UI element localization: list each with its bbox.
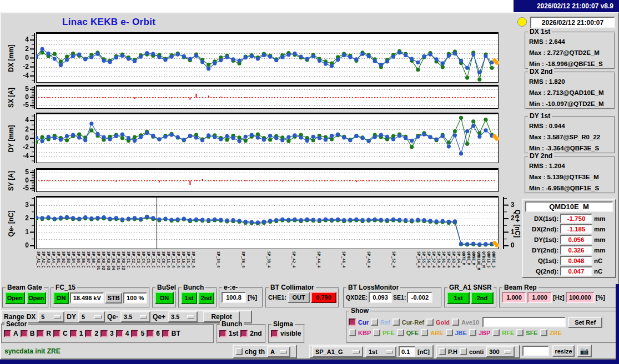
sector-checkbox-5[interactable] [131,330,138,337]
sector-checkbox-a[interactable] [4,330,11,337]
bpm-select[interactable]: SP_A1_G [312,346,363,357]
chg-th-checkbox[interactable] [235,348,243,355]
range-dy-select[interactable]: 5 [78,311,105,322]
monitor-row-label: DY(2nd): [524,247,558,254]
show-checkbox-jbe[interactable] [446,329,453,336]
show-checkbox-rfe[interactable] [492,329,500,336]
beam-rep-hz-unit: [Hz] [553,294,565,301]
bpm-xlabel: SP_C7_C [156,251,160,268]
conti-checkbox[interactable] [460,348,467,355]
che1-out-button[interactable]: OUT [288,292,310,303]
sector-checkbox-b[interactable] [21,330,28,337]
show-checkbox-kbp[interactable] [349,329,356,336]
fc15-on-button[interactable]: ON [53,292,69,304]
range-qem-select[interactable]: 3.5 [120,311,150,322]
beam-gate-open-button-1[interactable]: Open [5,292,25,304]
aux-input[interactable] [522,346,549,356]
monitor-row-label: Q(1st): [524,257,558,264]
ee-ratio-title: e-:e- [222,284,239,291]
bpm-xlabel: SP_B6_C [81,251,85,268]
reference-input[interactable] [482,317,566,327]
sector-checkbox-c[interactable] [53,330,61,337]
bpm-xlabel: SP_46_4 [341,251,346,268]
dy-axis-label: DY [mm] [7,113,16,165]
page-title: Linac KEKB e- Orbit [62,17,155,28]
stat-box-dx-2nd: DX 2ndRMS : 1.820Max : 2.713@QAD10E_M Mi… [525,72,615,109]
show-checkbox-are[interactable] [421,329,428,336]
sector-checkbox-3[interactable] [100,330,108,337]
range-bar: Range DX 5 DY 5 Qe- 3.5 Qe+ 3.5 Replot [1,310,252,323]
show-checkbox-jbp[interactable] [469,329,476,336]
bpm-xlabel: SP_48_4 [366,251,371,268]
sector-title: Sector [4,321,28,328]
se1-value: -0.002 [407,292,432,303]
fc15-title: FC_15 [54,284,77,291]
show-checkbox-zre[interactable] [540,329,547,336]
show-checkbox-gold[interactable] [426,318,434,326]
bpm-xlabel: SP_C5_C [146,251,150,268]
beam-rep-value-2: 1.000 [527,292,552,303]
count-select[interactable]: 300 [486,346,515,357]
bpm-xlabel: SP_A1_C [36,251,41,268]
gr-snsr-1st-button[interactable]: 1st [447,292,470,304]
bunch-1st-button[interactable]: 1st [181,292,197,304]
sector-checkbox-6[interactable] [147,330,154,337]
threshold-input[interactable]: 0.1 [399,346,415,357]
show-checkbox-sfe[interactable] [516,329,524,336]
sigma-checkbox-visible[interactable] [271,330,278,337]
bpm-xlabel: SP_36_4 [241,251,245,268]
monitor-row-value: 0.056 [560,235,592,244]
bunch-2nd-button[interactable]: 2nd [198,292,214,304]
show-checkbox-pfe[interactable] [373,329,380,336]
show-checkbox-cur-ref[interactable] [392,318,400,326]
monitor-row-value: -1.750 [560,214,592,223]
sector-checkbox-2[interactable] [85,330,92,337]
sector-checkbox-1[interactable] [70,330,77,337]
range-dx-select[interactable]: 5 [38,311,64,322]
set-ref-button[interactable]: Set Ref [568,317,602,328]
ph-checkbox[interactable] [439,348,446,355]
screenshot-button[interactable]: 📷 [577,345,592,357]
bpm-xlabel: QMD10E_M [476,251,481,270]
sector-checkbox-r[interactable] [37,330,44,337]
sector-select[interactable]: A [267,346,290,357]
bpm-xlabel: SP_62_4 [446,251,451,268]
busel-on-button[interactable]: ON [155,292,174,304]
bunch-group: Bunch 1st 2nd [178,287,217,308]
stat-max: Max : 2.727@QTD2E_M [526,47,614,58]
bpm-xlabel: SP_C2_C [131,251,135,268]
sector-checkbox-bt[interactable] [162,330,169,337]
show-label-gold: Gold [436,319,450,326]
sector-checkbox-4[interactable] [116,330,123,337]
show-label-qfe: QFE [406,330,419,336]
bpm-xlabel: SP_64_4 [456,251,461,268]
gr-snsr-2nd-button[interactable]: 2nd [471,292,494,304]
fc15-stb-button[interactable]: STB [105,292,122,304]
beam-gate-open-button-2[interactable]: Open [27,292,47,304]
sigma-label-visible: visible [280,330,301,337]
beam-gate-title: Beam Gate [6,284,44,291]
stat-box-title: DY 2nd [528,153,554,160]
show-checkbox-qfe[interactable] [397,329,404,336]
stat-max: Max : 2.713@QAD10E_M [526,87,614,98]
bpm-xlabel: SP_55_4 [421,251,426,268]
orbit-app-window: 2026/02/12 21:00:07 v8.9 Linac KEKB e- O… [0,0,619,364]
show-checkbox-ave10[interactable] [452,318,459,326]
range-label: Range [4,313,24,321]
monitor-row: DX(1st):-1.750mm [523,213,615,224]
show-checkbox-ref[interactable] [371,318,378,326]
chg-th-frame: chg th A [233,345,297,358]
show-checkbox-cur[interactable] [349,318,356,326]
stat-box-title: DX 2nd [528,68,554,75]
bunch-select-checkbox-1st[interactable] [219,330,227,337]
range-qep-select[interactable]: 3.5 [168,311,198,322]
camera-icon: 📷 [580,347,588,355]
bunch-select-checkbox-2nd[interactable] [240,330,248,337]
monitor-row-unit: nC [594,268,602,275]
bunch-order-select[interactable]: 1st [365,346,396,357]
resize-button[interactable]: resize [552,345,575,357]
beam-rep-percent-unit: [%] [596,294,605,301]
ph-label: P.H [448,348,457,355]
monitor-row: Q(1st):0.048nC [523,255,615,266]
bpm-name-axis: SP_A1_CSP_A2_CSP_A3_CSP_A4_CSP_B1_CSP_B2… [36,251,500,283]
